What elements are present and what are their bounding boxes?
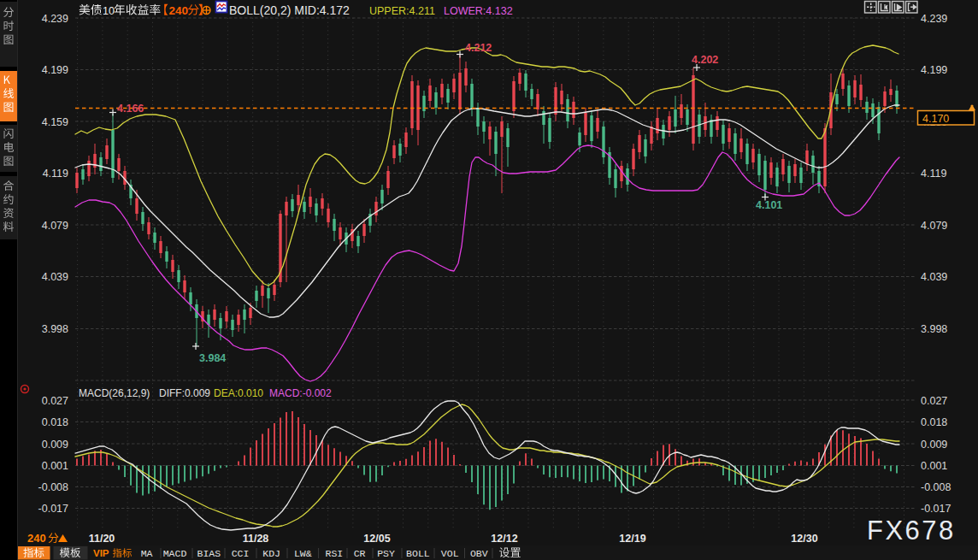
svg-text:OBV: OBV: [470, 548, 488, 559]
svg-text:0.027: 0.027: [921, 395, 947, 407]
svg-text:4.212: 4.212: [465, 42, 492, 54]
svg-text:VOL: VOL: [441, 548, 459, 559]
svg-text:4.119: 4.119: [921, 168, 946, 180]
svg-text:4.166: 4.166: [117, 103, 144, 115]
svg-text:11/28: 11/28: [243, 533, 269, 545]
svg-text:240: 240: [169, 4, 189, 17]
svg-text:4.079: 4.079: [921, 220, 947, 232]
svg-text:DEA:0.010: DEA:0.010: [214, 387, 263, 399]
svg-text:11/20: 11/20: [89, 533, 115, 545]
svg-text:-0.008: -0.008: [38, 481, 68, 493]
svg-text:PSY: PSY: [377, 548, 395, 559]
svg-text:4.202: 4.202: [692, 54, 718, 66]
svg-text:12/30: 12/30: [791, 533, 817, 545]
svg-text:12/19: 12/19: [619, 533, 645, 545]
svg-text:4.039: 4.039: [42, 271, 68, 283]
svg-text:4.199: 4.199: [42, 64, 68, 76]
svg-text:0.009: 0.009: [42, 439, 68, 451]
svg-text:3.998: 3.998: [921, 323, 947, 335]
svg-text:12/12: 12/12: [491, 533, 517, 545]
svg-text:0.027: 0.027: [42, 395, 68, 407]
svg-text:3.984: 3.984: [199, 352, 226, 364]
svg-text:VIP: VIP: [93, 548, 109, 558]
svg-text:4.159: 4.159: [42, 116, 68, 128]
svg-text:4.101: 4.101: [756, 199, 782, 211]
svg-text:0.018: 0.018: [42, 416, 68, 428]
svg-text:3.998: 3.998: [42, 323, 68, 335]
svg-text:UPPER:4.211: UPPER:4.211: [369, 5, 435, 17]
svg-text:-0.017: -0.017: [38, 503, 68, 515]
svg-text:RSI: RSI: [326, 548, 344, 559]
svg-text:MACD(26,12,9): MACD(26,12,9): [79, 387, 150, 399]
svg-text:BIAS: BIAS: [197, 548, 221, 559]
svg-text:4.239: 4.239: [42, 13, 68, 25]
svg-text:0.001: 0.001: [921, 460, 947, 472]
svg-text:BOLL(20,2) MID:4.172: BOLL(20,2) MID:4.172: [229, 3, 350, 17]
svg-text:0.009: 0.009: [921, 439, 947, 451]
svg-text:LW&: LW&: [294, 548, 312, 559]
svg-text:4.170: 4.170: [922, 113, 949, 125]
svg-text:MA: MA: [141, 548, 153, 559]
svg-text:CR: CR: [354, 548, 366, 559]
svg-text:4.039: 4.039: [921, 271, 947, 283]
svg-text:KDJ: KDJ: [262, 548, 280, 559]
svg-text:12/05: 12/05: [363, 533, 390, 545]
svg-text:-0.017: -0.017: [921, 503, 951, 515]
svg-text:MACD:-0.002: MACD:-0.002: [269, 387, 332, 399]
svg-text:0.001: 0.001: [42, 460, 68, 472]
svg-text:4.079: 4.079: [42, 220, 68, 232]
svg-text:MACD: MACD: [163, 548, 187, 559]
svg-text:LOWER:4.132: LOWER:4.132: [444, 5, 513, 17]
svg-text:FX678: FX678: [867, 516, 956, 545]
svg-text:-0.008: -0.008: [921, 481, 951, 493]
svg-text:4.119: 4.119: [43, 168, 68, 180]
svg-text:0.018: 0.018: [921, 416, 947, 428]
svg-text:CCI: CCI: [232, 548, 250, 559]
svg-text:4.239: 4.239: [921, 13, 947, 25]
svg-text:BOLL: BOLL: [406, 548, 430, 559]
svg-text:240: 240: [27, 532, 46, 545]
svg-text:10: 10: [103, 5, 115, 17]
svg-text:4.199: 4.199: [921, 64, 947, 76]
svg-text:DIFF:0.009: DIFF:0.009: [159, 387, 210, 399]
